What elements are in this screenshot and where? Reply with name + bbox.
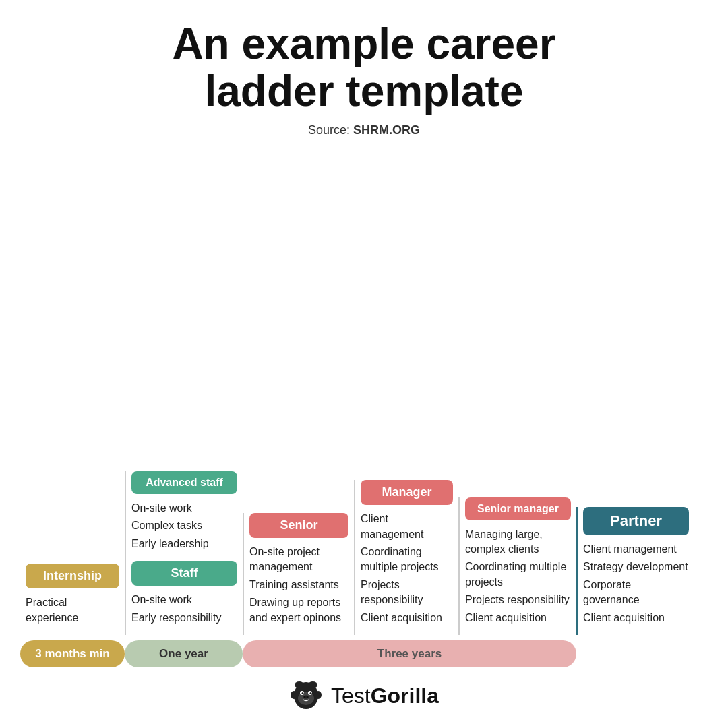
list-senior-manager: Managing large, complex clients Coordina… (465, 527, 571, 628)
list-item: Early leadership (131, 537, 237, 551)
list-item: Client acquisition (583, 611, 689, 626)
page-title: An example career ladder template (172, 20, 555, 115)
badge-senior-manager: Senior manager (465, 497, 571, 520)
duration-row: 3 months min One year Three years (20, 640, 708, 667)
staff-inner: Advanced staff On-site work Complex task… (131, 471, 237, 635)
column-manager: Manager Client management Coordinating m… (354, 480, 458, 635)
list-partner: Client management Strategy development C… (583, 542, 689, 628)
list-item: Coordinating multiple projects (465, 559, 571, 590)
svg-point-5 (309, 692, 311, 694)
badge-internship: Internship (26, 564, 119, 588)
footer: TestGorilla (289, 677, 439, 715)
svg-point-12 (308, 681, 317, 688)
list-item: Projects responsibility (465, 593, 571, 607)
list-item: On-site project management (249, 545, 348, 575)
duration-internship: 3 months min (20, 640, 125, 667)
list-item: Client acquisition (465, 611, 571, 626)
list-item: Training assistants (249, 578, 348, 593)
badge-senior: Senior (249, 513, 348, 538)
title-line2: ladder template (204, 67, 523, 115)
list-staff: On-site work Early responsibility (131, 593, 237, 628)
list-internship: Practical experience (26, 595, 119, 628)
source-line: Source: SHRM.ORG (308, 123, 420, 138)
list-item: Strategy development (583, 559, 689, 574)
title-line1: An example career (172, 20, 555, 68)
column-internship: Internship Practical experience (20, 564, 125, 635)
svg-point-4 (301, 692, 303, 694)
badge-manager: Manager (361, 480, 453, 505)
list-item: Coordinating multiple projects (361, 545, 453, 575)
source-name: SHRM.ORG (353, 123, 420, 137)
page: An example career ladder template Source… (0, 0, 728, 728)
list-item: Practical experience (26, 595, 119, 626)
list-item: Projects responsibility (361, 578, 453, 608)
list-senior: On-site project management Training assi… (249, 545, 348, 628)
badge-partner: Partner (583, 507, 689, 535)
badge-advanced-staff: Advanced staff (131, 471, 237, 494)
list-manager: Client management Coordinating multiple … (361, 512, 453, 628)
column-partner: Partner Client management Strategy devel… (576, 507, 694, 635)
column-senior: Senior On-site project management Traini… (243, 513, 354, 635)
column-senior-manager: Senior manager Managing large, complex c… (458, 497, 576, 635)
brand-bold: Gorilla (371, 684, 439, 708)
list-item: Client management (583, 542, 689, 557)
list-item: Corporate governance (583, 578, 689, 608)
list-item: Early responsibility (131, 611, 237, 626)
duration-senior: Three years (243, 640, 576, 667)
list-item: Complex tasks (131, 518, 237, 533)
list-item: Client management (361, 512, 453, 542)
diagram-area: Internship Practical experience Advanced… (20, 148, 708, 635)
svg-point-7 (304, 696, 305, 698)
source-prefix: Source: (308, 123, 353, 137)
list-item: Drawing up reports and expert opinons (249, 595, 348, 626)
svg-point-10 (315, 691, 322, 699)
gorilla-icon (289, 677, 323, 715)
duration-staff: One year (125, 640, 243, 667)
list-item: On-site work (131, 501, 237, 516)
svg-point-9 (291, 691, 297, 699)
list-item: Managing large, complex clients (465, 527, 571, 557)
badge-staff: Staff (131, 561, 237, 586)
brand-text: TestGorilla (331, 684, 439, 708)
list-advanced-staff: On-site work Complex tasks Early leaders… (131, 501, 237, 554)
svg-point-11 (295, 681, 304, 688)
list-item: On-site work (131, 593, 237, 607)
column-staff: Advanced staff On-site work Complex task… (125, 471, 243, 635)
svg-point-8 (307, 696, 308, 698)
list-item: Client acquisition (361, 611, 453, 626)
brand-regular: Test (331, 684, 371, 708)
